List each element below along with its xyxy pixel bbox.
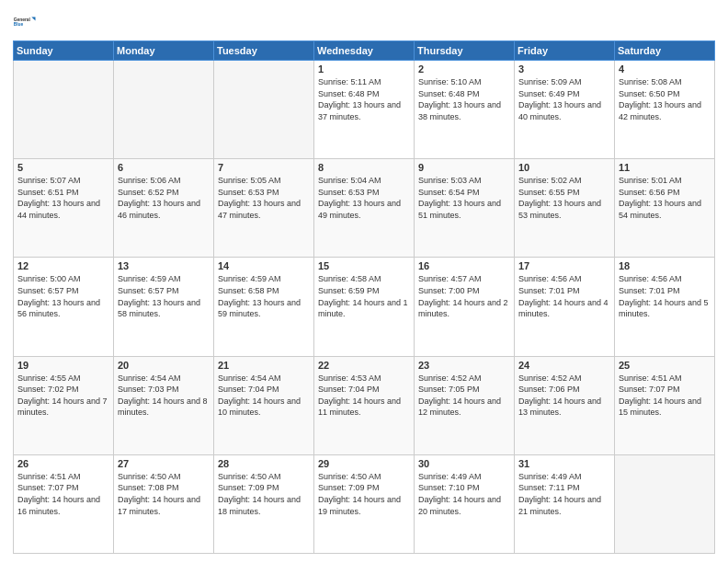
weekday-header: Monday — [114, 41, 214, 61]
calendar-week-row: 5Sunrise: 5:07 AM Sunset: 6:51 PM Daylig… — [14, 159, 715, 258]
calendar-cell: 31Sunrise: 4:49 AM Sunset: 7:11 PM Dayli… — [515, 454, 615, 553]
day-number: 14 — [218, 260, 310, 271]
day-number: 31 — [518, 458, 610, 469]
day-info: Sunrise: 4:57 AM Sunset: 7:00 PM Dayligh… — [418, 273, 510, 319]
weekday-header: Saturday — [615, 41, 715, 61]
day-number: 29 — [318, 458, 410, 469]
logo-icon: GeneralBlue — [13, 9, 39, 35]
day-number: 2 — [418, 63, 510, 75]
calendar-cell: 17Sunrise: 4:56 AM Sunset: 7:01 PM Dayli… — [515, 258, 615, 356]
day-number: 13 — [118, 260, 210, 271]
day-number: 11 — [619, 162, 711, 173]
calendar-cell: 3Sunrise: 5:09 AM Sunset: 6:49 PM Daylig… — [515, 61, 615, 159]
calendar-cell: 25Sunrise: 4:51 AM Sunset: 7:07 PM Dayli… — [615, 356, 715, 454]
calendar-cell: 5Sunrise: 5:07 AM Sunset: 6:51 PM Daylig… — [14, 159, 114, 258]
day-number: 9 — [418, 162, 510, 173]
calendar-cell: 11Sunrise: 5:01 AM Sunset: 6:56 PM Dayli… — [615, 159, 715, 258]
day-number: 12 — [17, 260, 109, 271]
calendar-cell: 22Sunrise: 4:53 AM Sunset: 7:04 PM Dayli… — [314, 356, 415, 454]
day-info: Sunrise: 4:59 AM Sunset: 6:58 PM Dayligh… — [218, 273, 310, 319]
calendar-cell: 21Sunrise: 4:54 AM Sunset: 7:04 PM Dayli… — [214, 356, 314, 454]
day-info: Sunrise: 4:51 AM Sunset: 7:07 PM Dayligh… — [619, 373, 711, 419]
day-info: Sunrise: 5:02 AM Sunset: 6:55 PM Dayligh… — [518, 175, 610, 221]
day-info: Sunrise: 5:01 AM Sunset: 6:56 PM Dayligh… — [619, 175, 711, 221]
weekday-header: Sunday — [14, 41, 114, 61]
calendar-cell: 30Sunrise: 4:49 AM Sunset: 7:10 PM Dayli… — [415, 454, 515, 553]
day-info: Sunrise: 5:11 AM Sunset: 6:48 PM Dayligh… — [318, 76, 410, 122]
day-number: 16 — [418, 260, 510, 271]
day-number: 3 — [518, 63, 610, 75]
page-header: GeneralBlue — [13, 9, 715, 35]
day-info: Sunrise: 4:56 AM Sunset: 7:01 PM Dayligh… — [518, 273, 610, 319]
calendar-cell — [214, 61, 314, 159]
calendar-cell — [615, 454, 715, 553]
day-number: 25 — [619, 360, 711, 371]
weekday-header: Wednesday — [314, 41, 415, 61]
day-info: Sunrise: 4:52 AM Sunset: 7:05 PM Dayligh… — [418, 373, 510, 419]
calendar-cell: 14Sunrise: 4:59 AM Sunset: 6:58 PM Dayli… — [214, 258, 314, 356]
calendar-cell: 10Sunrise: 5:02 AM Sunset: 6:55 PM Dayli… — [515, 159, 615, 258]
weekday-header: Tuesday — [214, 41, 314, 61]
day-number: 26 — [17, 458, 109, 469]
day-info: Sunrise: 4:54 AM Sunset: 7:04 PM Dayligh… — [218, 373, 310, 419]
day-number: 30 — [418, 458, 510, 469]
day-number: 24 — [518, 360, 610, 371]
calendar-cell: 16Sunrise: 4:57 AM Sunset: 7:00 PM Dayli… — [415, 258, 515, 356]
day-number: 15 — [318, 260, 410, 271]
day-info: Sunrise: 5:10 AM Sunset: 6:48 PM Dayligh… — [418, 76, 510, 122]
day-info: Sunrise: 4:58 AM Sunset: 6:59 PM Dayligh… — [318, 273, 410, 319]
day-number: 17 — [518, 260, 610, 271]
calendar-cell: 9Sunrise: 5:03 AM Sunset: 6:54 PM Daylig… — [415, 159, 515, 258]
day-info: Sunrise: 5:03 AM Sunset: 6:54 PM Dayligh… — [418, 175, 510, 221]
day-number: 19 — [17, 360, 109, 371]
calendar-header-row: SundayMondayTuesdayWednesdayThursdayFrid… — [14, 41, 715, 61]
calendar-cell: 4Sunrise: 5:08 AM Sunset: 6:50 PM Daylig… — [615, 61, 715, 159]
day-info: Sunrise: 4:50 AM Sunset: 7:09 PM Dayligh… — [318, 471, 410, 517]
calendar-cell: 1Sunrise: 5:11 AM Sunset: 6:48 PM Daylig… — [314, 61, 415, 159]
calendar-week-row: 19Sunrise: 4:55 AM Sunset: 7:02 PM Dayli… — [14, 356, 715, 454]
day-info: Sunrise: 4:50 AM Sunset: 7:08 PM Dayligh… — [118, 471, 210, 517]
day-info: Sunrise: 5:08 AM Sunset: 6:50 PM Dayligh… — [619, 76, 711, 122]
day-info: Sunrise: 4:56 AM Sunset: 7:01 PM Dayligh… — [619, 273, 711, 319]
day-info: Sunrise: 4:59 AM Sunset: 6:57 PM Dayligh… — [118, 273, 210, 319]
day-number: 28 — [218, 458, 310, 469]
logo: GeneralBlue — [13, 9, 39, 35]
day-number: 8 — [318, 162, 410, 173]
day-info: Sunrise: 5:09 AM Sunset: 6:49 PM Dayligh… — [518, 76, 610, 122]
calendar-cell: 23Sunrise: 4:52 AM Sunset: 7:05 PM Dayli… — [415, 356, 515, 454]
day-info: Sunrise: 5:06 AM Sunset: 6:52 PM Dayligh… — [118, 175, 210, 221]
day-info: Sunrise: 4:51 AM Sunset: 7:07 PM Dayligh… — [17, 471, 109, 517]
day-number: 10 — [518, 162, 610, 173]
calendar-cell: 2Sunrise: 5:10 AM Sunset: 6:48 PM Daylig… — [415, 61, 515, 159]
day-number: 4 — [619, 63, 711, 75]
day-info: Sunrise: 5:07 AM Sunset: 6:51 PM Dayligh… — [17, 175, 109, 221]
calendar-cell: 20Sunrise: 4:54 AM Sunset: 7:03 PM Dayli… — [114, 356, 214, 454]
svg-text:General: General — [14, 17, 31, 22]
calendar-week-row: 26Sunrise: 4:51 AM Sunset: 7:07 PM Dayli… — [14, 454, 715, 553]
calendar-table: SundayMondayTuesdayWednesdayThursdayFrid… — [13, 40, 715, 554]
calendar-cell: 26Sunrise: 4:51 AM Sunset: 7:07 PM Dayli… — [14, 454, 114, 553]
day-info: Sunrise: 4:53 AM Sunset: 7:04 PM Dayligh… — [318, 373, 410, 419]
day-number: 23 — [418, 360, 510, 371]
day-number: 6 — [118, 162, 210, 173]
weekday-header: Thursday — [415, 41, 515, 61]
svg-marker-2 — [31, 17, 35, 20]
calendar-cell: 29Sunrise: 4:50 AM Sunset: 7:09 PM Dayli… — [314, 454, 415, 553]
weekday-header: Friday — [515, 41, 615, 61]
day-number: 1 — [318, 63, 410, 75]
calendar-cell: 6Sunrise: 5:06 AM Sunset: 6:52 PM Daylig… — [114, 159, 214, 258]
svg-text:Blue: Blue — [14, 22, 24, 27]
day-number: 22 — [318, 360, 410, 371]
day-info: Sunrise: 4:49 AM Sunset: 7:10 PM Dayligh… — [418, 471, 510, 517]
day-info: Sunrise: 4:55 AM Sunset: 7:02 PM Dayligh… — [17, 373, 109, 419]
calendar-week-row: 1Sunrise: 5:11 AM Sunset: 6:48 PM Daylig… — [14, 61, 715, 159]
calendar-cell: 13Sunrise: 4:59 AM Sunset: 6:57 PM Dayli… — [114, 258, 214, 356]
calendar-cell — [14, 61, 114, 159]
day-info: Sunrise: 4:52 AM Sunset: 7:06 PM Dayligh… — [518, 373, 610, 419]
calendar-cell: 12Sunrise: 5:00 AM Sunset: 6:57 PM Dayli… — [14, 258, 114, 356]
day-number: 27 — [118, 458, 210, 469]
day-number: 7 — [218, 162, 310, 173]
day-info: Sunrise: 4:50 AM Sunset: 7:09 PM Dayligh… — [218, 471, 310, 517]
calendar-cell — [114, 61, 214, 159]
calendar-cell: 7Sunrise: 5:05 AM Sunset: 6:53 PM Daylig… — [214, 159, 314, 258]
